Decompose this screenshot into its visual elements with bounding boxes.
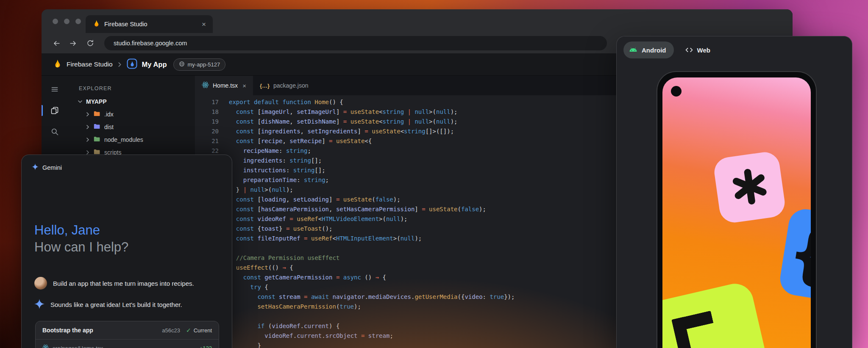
toggle-android[interactable]: Android (623, 41, 674, 58)
window-control-dot[interactable] (75, 19, 81, 24)
browser-tab[interactable]: Firebase Studio × (86, 15, 213, 33)
close-icon[interactable]: × (242, 82, 246, 89)
line-content: try { (229, 282, 268, 292)
stage: Firebase Studio × studio.firebase.google… (0, 0, 868, 348)
chevron-right-icon (86, 125, 90, 129)
device-preview-panel: Android Web { (616, 36, 852, 348)
tree-item-dist[interactable]: dist (68, 121, 195, 133)
gemini-title: Gemini (42, 164, 62, 171)
chevron-right-icon (117, 62, 122, 67)
firebase-favicon-icon (92, 19, 100, 29)
code-icon (685, 47, 693, 54)
phone-screen[interactable]: { (662, 77, 811, 348)
line-number: 17 (195, 97, 229, 107)
breadcrumb-product[interactable]: Firebase Studio (67, 61, 113, 68)
line-number: 18 (195, 107, 229, 117)
bracket-icon (671, 311, 727, 348)
tab-close-icon[interactable]: × (202, 21, 206, 28)
greeting-primary: Hello, Jane (34, 222, 128, 239)
line-content: const [loading, setLoading] = useState(f… (229, 195, 401, 204)
task-card[interactable]: Bootstrap the app a56c23 ✓ Current src/p… (35, 321, 219, 348)
line-content: const fileInputRef = useRef<HTMLInputEle… (229, 234, 422, 243)
tab-package-json[interactable]: {…} package.json (253, 76, 315, 95)
folder-label: .idx (104, 111, 114, 118)
phone-mockup: { (657, 71, 817, 348)
chevron-down-icon (78, 99, 82, 104)
files-icon[interactable] (42, 104, 68, 117)
braces-icon: {…} (260, 83, 270, 89)
line-content: ingredients: string[]; (229, 156, 322, 166)
tree-root-label: MYAPP (86, 98, 107, 105)
line-content: export default function Home() { (229, 97, 343, 107)
window-control-dot[interactable] (53, 19, 58, 24)
line-content: videoRef.current.srcObject = stream; (229, 331, 393, 341)
chevron-right-icon (86, 112, 90, 116)
reload-icon[interactable] (83, 36, 97, 50)
folder-icon (94, 111, 100, 118)
project-id-badge[interactable]: my-app-5127 (173, 58, 226, 71)
tree-root-myapp[interactable]: MYAPP (68, 95, 195, 108)
line-content: const videoRef = useRef<HTMLVideoElement… (229, 214, 408, 224)
shape-green-card (662, 280, 774, 348)
folder-icon (94, 136, 100, 143)
brace-icon: { (784, 219, 811, 289)
search-icon[interactable] (42, 125, 68, 138)
forward-icon[interactable] (66, 36, 81, 50)
line-content: const [recipe, setRecipe] = useState<{ (229, 136, 372, 146)
url-bar[interactable]: studio.firebase.google.com (104, 36, 607, 50)
task-title: Bootstrap the app (42, 327, 162, 334)
chevron-right-icon (86, 150, 90, 155)
tree-item-idx[interactable]: .idx (68, 108, 195, 121)
folder-icon (94, 124, 100, 130)
asterisk-icon (727, 165, 771, 210)
window-control-dot[interactable] (64, 19, 70, 24)
project-id: my-app-5127 (188, 61, 220, 68)
back-icon[interactable] (49, 36, 64, 50)
gemini-panel: Gemini Hello, Jane How can I help? Build… (21, 155, 232, 348)
folder-label: node_modules (104, 136, 143, 143)
tab-label: package.json (273, 82, 309, 89)
line-content: const {toast} = useToast(); (229, 224, 333, 234)
line-content: const [dishName, setDishName] = useState… (229, 117, 458, 127)
react-icon (42, 344, 49, 348)
line-number: 19 (195, 117, 229, 127)
chat-message-user: Build an app that lets me turn images in… (34, 277, 194, 290)
status-badge: ✓ Current (186, 327, 212, 334)
firebase-logo-icon (53, 59, 62, 70)
line-content: useEffect(() ⇒ { (229, 263, 293, 273)
message-text: Build an app that lets me turn images in… (53, 280, 194, 287)
greeting-secondary: How can I help? (34, 239, 128, 256)
android-icon (629, 47, 638, 54)
user-avatar (34, 277, 47, 290)
toggle-label: Android (642, 47, 666, 54)
gemini-header: Gemini (22, 155, 232, 180)
gemini-greeting: Hello, Jane How can I help? (34, 222, 128, 256)
toggle-web[interactable]: Web (685, 47, 710, 54)
line-number: 20 (195, 127, 229, 136)
workspace-name[interactable]: My App (142, 61, 167, 69)
workspace-app-icon (127, 58, 137, 71)
gemini-star-icon (32, 163, 39, 171)
tab-title: Firebase Studio (104, 21, 198, 28)
line-content: recipeName: string; (229, 146, 311, 156)
line-content: setHasCameraPermission(true); (229, 302, 361, 312)
message-text: Sounds like a great idea! Let's build it… (50, 301, 182, 308)
camera-punch-hole (671, 86, 682, 97)
tab-home-tsx[interactable]: Home.tsx × (195, 76, 253, 95)
status-text: Current (194, 327, 212, 334)
tree-item-node-modules[interactable]: node_modules (68, 133, 195, 146)
changed-file-row[interactable]: src/pages/Home.tsx +122 (36, 339, 219, 348)
folder-label: dist (104, 124, 114, 130)
line-content: //Camera Permission useEffect (229, 253, 339, 263)
browser-titlebar: Firebase Studio × (42, 9, 793, 33)
shape-blue-card: { (778, 207, 811, 304)
url-text: studio.firebase.google.com (114, 40, 187, 47)
file-path: src/pages/Home.tsx (53, 345, 196, 348)
diff-added-count: +122 (200, 345, 212, 348)
line-content: if (videoRef.current) { (229, 321, 339, 331)
menu-icon[interactable] (42, 83, 68, 96)
line-content: const [ingredients, setIngredients] = us… (229, 127, 454, 136)
check-icon: ✓ (186, 327, 191, 334)
explorer-title: EXPLORER (68, 82, 195, 95)
line-number: 21 (195, 136, 229, 146)
